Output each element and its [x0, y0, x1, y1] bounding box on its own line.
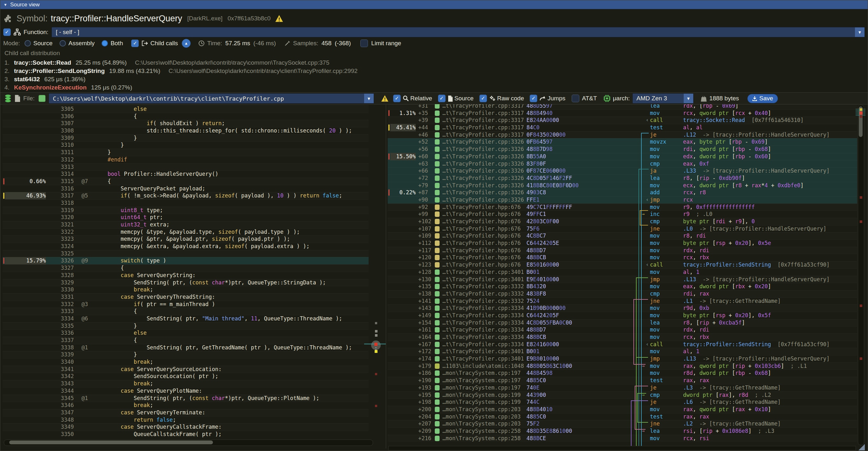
scrollbar-thumb[interactable]: [9, 441, 213, 444]
source-line[interactable]: 3305 else: [3, 106, 369, 113]
asm-mnemonic[interactable]: mov: [650, 304, 660, 312]
raw-code-checkbox[interactable]: ✓: [479, 95, 487, 102]
asm-row[interactable]: +138 …t\TracyProfiler.cpp:3332 483BF8 cm…: [388, 290, 857, 298]
asm-location[interactable]: …t\TracyProfiler.cpp:3317: [442, 110, 524, 117]
asm-row[interactable]: +193 …mon\TracySystem.cpp:197 740E je .L…: [388, 384, 857, 391]
asm-location[interactable]: …mon\TracySystem.cpp:197: [442, 384, 521, 391]
asm-row[interactable]: 0.22% +87 …t\TracyProfiler.cpp:3326 4903…: [388, 189, 857, 196]
asm-mnemonic[interactable]: lea: [650, 104, 660, 110]
asm-row[interactable]: +179 …1103\include\atomic:1048 488B05B63…: [388, 362, 857, 370]
child-call-entry[interactable]: 2. tracy::Profiler::SendLongString 19.88…: [4, 67, 865, 76]
resize-corner[interactable]: [859, 444, 865, 450]
asm-location[interactable]: …mon\TracySystem.cpp:199: [442, 398, 521, 406]
source-line[interactable]: 3314 bool Profiler::HandleServerQuery(): [3, 171, 369, 178]
asm-location[interactable]: …t\TracyProfiler.hpp:676: [442, 240, 521, 247]
asm-mnemonic[interactable]: ja: [650, 167, 656, 175]
asm-row[interactable]: +174 …t\TracyProfiler.cpp:3401 E9B801000…: [388, 355, 857, 362]
asm-row[interactable]: +195 …mon\TracySystem.cpp:199 443900 → c…: [388, 391, 857, 399]
asm-mnemonic[interactable]: call: [650, 117, 663, 124]
source-line[interactable]: 3308 std::this_thread::sleep_for( std::c…: [3, 127, 369, 134]
file-dropdown[interactable]: C:\Users\wolf\Desktop\darkrl\contrib\tra…: [49, 93, 374, 103]
database-icon[interactable]: [4, 94, 12, 102]
radio-assembly[interactable]: [60, 40, 66, 47]
asm-location[interactable]: …mon\TracySystem.cpp:197: [442, 377, 521, 384]
asm-location[interactable]: …t\TracyProfiler.cpp:3334: [442, 304, 524, 312]
asm-row[interactable]: +130 …t\TracyProfiler.cpp:3401 E9E401000…: [388, 276, 857, 283]
asm-location[interactable]: …t\TracyProfiler.cpp:3317: [442, 131, 524, 139]
asm-mnemonic[interactable]: cmp: [650, 160, 660, 168]
asm-mnemonic[interactable]: mov: [650, 283, 660, 290]
chevron-down-icon[interactable]: ▼: [364, 94, 374, 103]
asm-row[interactable]: +109 …t\TracyProfiler.hpp:676 4C8BC7 mov…: [388, 232, 857, 240]
function-checkbox[interactable]: ✓: [3, 28, 11, 36]
asm-mnemonic[interactable]: jne: [650, 420, 660, 427]
source-line[interactable]: 3312 #endif: [3, 156, 369, 163]
asm-mnemonic[interactable]: inc: [650, 211, 660, 218]
source-line[interactable]: 46.93% 3317 @5 if( !m_sock->Read( &paylo…: [3, 192, 369, 200]
asm-mnemonic[interactable]: call: [650, 341, 663, 348]
source-line[interactable]: 3323 memcpy( &ptr, &payload.ptr, sizeof(…: [3, 235, 369, 243]
asm-row[interactable]: +198 …mon\TracySystem.cpp:199 744C je .L…: [388, 398, 857, 406]
source-checkbox[interactable]: ✓: [438, 95, 445, 102]
asm-row[interactable]: +154 …t\TracyProfiler.cpp:3334 4C8D055FB…: [388, 319, 857, 327]
asm-location[interactable]: …t\TracyProfiler.hpp:676: [442, 254, 521, 261]
source-line[interactable]: 3334 @6 SendString( ptr, "Main thread", …: [3, 315, 369, 322]
asm-mnemonic[interactable]: cmp: [650, 391, 660, 399]
source-line[interactable]: 3332 @3 if( ptr == m_mainThread ): [3, 301, 369, 308]
asm-location[interactable]: …t\TracyProfiler.cpp:3401: [442, 269, 524, 276]
source-line[interactable]: 3319 uint8_t type;: [3, 207, 369, 214]
source-line[interactable]: 3342 SendSourceLocation( ptr );: [3, 373, 369, 380]
asm-location[interactable]: …mon\TracySystem.cpp:258: [442, 435, 521, 442]
asm-mnemonic[interactable]: test: [650, 413, 663, 420]
asm-row[interactable]: +143 …t\TracyProfiler.cpp:3334 41B90B000…: [388, 304, 857, 312]
asm-mnemonic[interactable]: mov: [650, 326, 660, 333]
asm-row[interactable]: +39 …t\TracyProfiler.cpp:3317 E824AA0000…: [388, 117, 857, 124]
asm-mnemonic[interactable]: mov: [650, 269, 660, 276]
asm-mnemonic[interactable]: jmp: [650, 355, 660, 362]
source-line[interactable]: 3341 case ServerQuerySourceLocation:: [3, 366, 369, 373]
asm-location[interactable]: …t\TracyProfiler.hpp:676: [442, 204, 521, 211]
asm-row[interactable]: +200 …mon\TracySystem.cpp:203 488B4010 m…: [388, 406, 857, 413]
asm-row[interactable]: +128 …t\TracyProfiler.cpp:3401 B001 mov …: [388, 269, 857, 276]
asm-location[interactable]: …t\TracyProfiler.cpp:3326: [442, 153, 524, 160]
asm-mnemonic[interactable]: mov: [650, 362, 660, 370]
source-line[interactable]: 3335 }: [3, 322, 369, 330]
save-button[interactable]: Save: [747, 94, 778, 103]
asm-location[interactable]: …mon\TracySystem.cpp:203: [442, 413, 521, 420]
asm-row[interactable]: +164 …t\TracyProfiler.cpp:3334 488BCB mo…: [388, 333, 857, 341]
asm-location[interactable]: …t\TracyProfiler.cpp:3326: [442, 138, 524, 146]
asm-location[interactable]: …t\TracyProfiler.cpp:3326: [442, 160, 524, 168]
asm-location[interactable]: …t\TracyProfiler.cpp:3401: [442, 355, 524, 362]
radio-source[interactable]: [25, 40, 31, 47]
source-line[interactable]: 3336 else: [3, 329, 369, 337]
asm-mnemonic[interactable]: je: [650, 384, 656, 391]
asm-row[interactable]: +161 …t\TracyProfiler.cpp:3334 488BD7 mo…: [388, 326, 857, 333]
asm-mnemonic[interactable]: mov: [650, 348, 660, 355]
asm-row[interactable]: +190 …mon\TracySystem.cpp:197 4885C0 tes…: [388, 377, 857, 384]
function-dropdown[interactable]: [ - self - ] ▼: [52, 27, 865, 37]
asm-mnemonic[interactable]: call: [650, 261, 663, 269]
source-line[interactable]: 0.66% 3315 @7 {: [3, 178, 369, 185]
asm-location[interactable]: …t\TracyProfiler.hpp:676: [442, 232, 521, 240]
asm-location[interactable]: …t\TracyProfiler.cpp:3326: [442, 175, 524, 182]
asm-row[interactable]: +79 …t\TracyProfiler.cpp:3326 418B8C80E0…: [388, 182, 857, 189]
asm-row[interactable]: +99 …t\TracyProfiler.hpp:676 49FFC1 → in…: [388, 211, 857, 218]
asm-mnemonic[interactable]: mov: [650, 232, 660, 240]
source-line[interactable]: 3338 @1 SendString( ptr, GetThreadName( …: [3, 344, 369, 351]
asm-mnemonic[interactable]: mov: [650, 369, 660, 377]
source-line[interactable]: 3343 break;: [3, 380, 369, 387]
source-line[interactable]: 3331 case ServerQueryThreadString:: [3, 293, 369, 301]
asm-row[interactable]: +135 …t\TracyProfiler.cpp:3332 8B4320 mo…: [388, 283, 857, 290]
asm-mnemonic[interactable]: movzx: [650, 138, 666, 146]
asm-location[interactable]: …t\TracyProfiler.cpp:3317: [442, 117, 524, 124]
source-line[interactable]: 3350 QueueCallstackFrame( ptr );: [3, 431, 369, 438]
asm-row[interactable]: +102 …t\TracyProfiler.hpp:676 42803C0F00…: [388, 218, 857, 225]
source-line[interactable]: 3311 }: [3, 149, 369, 156]
asm-mnemonic[interactable]: mov: [650, 146, 660, 153]
asm-row[interactable]: +186 …mon\TracySystem.cpp:197 448B4598 m…: [388, 369, 857, 377]
source-horizontal-scrollbar[interactable]: [4, 440, 373, 446]
asm-location[interactable]: …t\TracyProfiler.hpp:676: [442, 261, 521, 269]
asm-mnemonic[interactable]: je: [650, 398, 656, 406]
uarch-dropdown[interactable]: AMD Zen 3 ▼: [632, 93, 693, 103]
asm-row[interactable]: +209 …mon\TracySystem.cpp:258 488D35E886…: [388, 427, 857, 435]
